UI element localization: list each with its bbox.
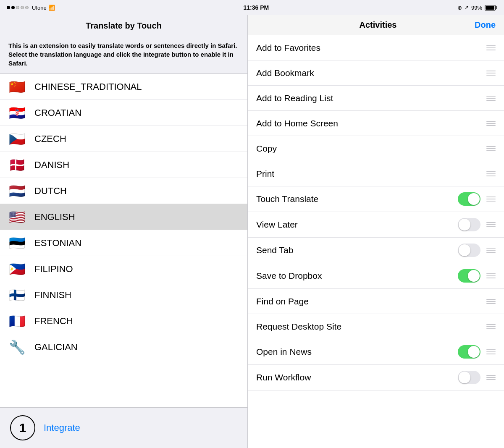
drag-handle-find-on-page[interactable]	[486, 299, 496, 304]
activity-label-request-desktop: Request Desktop Site	[256, 322, 341, 332]
toggle-touch-translate[interactable]	[458, 192, 480, 206]
status-left: Ufone 📶	[7, 5, 55, 11]
activities-title: Activities	[281, 20, 475, 30]
flag-galician: 🔧	[7, 339, 28, 355]
language-item-dutch[interactable]: 🇳🇱DUTCH	[0, 178, 247, 204]
drag-handle-save-dropbox[interactable]	[486, 273, 496, 278]
right-panel: Activities Done Add to FavoritesAdd Book…	[248, 15, 504, 448]
flag-croatian: 🇭🇷	[7, 105, 28, 121]
toggle-view-later[interactable]	[458, 218, 480, 231]
activity-right-view-later	[458, 218, 496, 231]
activities-header: Activities Done	[248, 15, 504, 35]
activity-item-save-dropbox[interactable]: Save to Dropbox	[248, 263, 504, 289]
activity-label-touch-translate: Touch Translate	[256, 194, 318, 204]
drag-handle-add-favorites[interactable]	[486, 45, 496, 50]
flag-french: 🇫🇷	[7, 313, 28, 329]
language-name-croatian: CROATIAN	[34, 107, 81, 118]
carrier-name: Ufone	[32, 5, 47, 11]
drag-handle-copy[interactable]	[486, 146, 496, 151]
location-arrow-icon: ↗	[465, 5, 469, 10]
done-button[interactable]: Done	[475, 20, 496, 30]
activity-right-add-reading-list	[486, 96, 496, 101]
drag-handle-view-later[interactable]	[486, 222, 496, 227]
language-name-galician: GALICIAN	[34, 342, 78, 353]
battery-percent: 99%	[471, 5, 482, 11]
left-footer: 1 Integrate	[0, 408, 247, 448]
activities-list: Add to FavoritesAdd BookmarkAdd to Readi…	[248, 35, 504, 448]
app-description: This is an extension to easily translate…	[0, 35, 247, 73]
activity-right-request-desktop	[486, 324, 496, 329]
activity-item-find-on-page[interactable]: Find on Page	[248, 289, 504, 314]
signal-dot-3	[16, 6, 19, 9]
activity-label-open-news: Open in News	[256, 347, 312, 357]
drag-handle-run-workflow[interactable]	[486, 375, 496, 380]
signal-dot-4	[21, 6, 24, 9]
activity-item-request-desktop[interactable]: Request Desktop Site	[248, 314, 504, 339]
activity-right-send-tab	[458, 244, 496, 257]
activity-item-add-bookmark[interactable]: Add Bookmark	[248, 60, 504, 86]
activity-label-send-tab: Send Tab	[256, 245, 293, 255]
activity-item-add-favorites[interactable]: Add to Favorites	[248, 35, 504, 60]
flag-czech: 🇨🇿	[7, 131, 28, 147]
toggle-run-workflow[interactable]	[458, 371, 480, 384]
activity-item-send-tab[interactable]: Send Tab	[248, 238, 504, 263]
drag-handle-add-bookmark[interactable]	[486, 71, 496, 76]
activity-label-copy: Copy	[256, 144, 277, 154]
status-time: 11:36 PM	[243, 4, 269, 11]
language-item-czech[interactable]: 🇨🇿CZECH	[0, 126, 247, 152]
activity-label-view-later: View Later	[256, 220, 298, 230]
drag-handle-request-desktop[interactable]	[486, 324, 496, 329]
activity-label-print: Print	[256, 169, 274, 179]
activity-item-touch-translate[interactable]: Touch Translate	[248, 186, 504, 212]
activity-label-add-favorites: Add to Favorites	[256, 43, 320, 53]
activity-item-add-home-screen[interactable]: Add to Home Screen	[248, 111, 504, 136]
drag-handle-open-news[interactable]	[486, 349, 496, 354]
activity-right-print	[486, 171, 496, 176]
language-name-danish: DANISH	[34, 160, 69, 170]
main-content: Translate by Touch This is an extension …	[0, 15, 504, 448]
flag-chinese_traditional: 🇨🇳	[7, 79, 28, 95]
activity-item-view-later[interactable]: View Later	[248, 212, 504, 238]
wifi-icon: 📶	[48, 5, 55, 11]
integrate-button[interactable]: Integrate	[44, 422, 80, 433]
language-item-french[interactable]: 🇫🇷FRENCH	[0, 308, 247, 334]
language-item-finnish[interactable]: 🇫🇮FINNISH	[0, 282, 247, 308]
language-item-english[interactable]: 🇺🇸ENGLISH	[0, 204, 247, 230]
language-name-dutch: DUTCH	[34, 186, 67, 196]
toggle-save-dropbox[interactable]	[458, 269, 480, 283]
flag-finnish: 🇫🇮	[7, 287, 28, 303]
activity-right-save-dropbox	[458, 269, 496, 283]
activity-item-open-news[interactable]: Open in News	[248, 339, 504, 365]
activity-label-add-reading-list: Add to Reading List	[256, 93, 333, 103]
activity-right-copy	[486, 146, 496, 151]
activity-item-run-workflow[interactable]: Run Workflow	[248, 365, 504, 390]
language-item-filipino[interactable]: 🇵🇭FILIPINO	[0, 256, 247, 282]
activity-item-add-reading-list[interactable]: Add to Reading List	[248, 86, 504, 111]
activity-label-add-bookmark: Add Bookmark	[256, 68, 314, 78]
language-name-english: ENGLISH	[34, 212, 75, 223]
language-item-croatian[interactable]: 🇭🇷CROATIAN	[0, 100, 247, 126]
drag-handle-add-reading-list[interactable]	[486, 96, 496, 101]
language-item-danish[interactable]: 🇩🇰DANISH	[0, 152, 247, 178]
flag-filipino: 🇵🇭	[7, 261, 28, 277]
step-number: 1	[10, 415, 35, 440]
language-item-chinese_traditional[interactable]: 🇨🇳CHINESE_TRADITIONAL	[0, 74, 247, 100]
language-list[interactable]: 🇨🇳CHINESE_TRADITIONAL🇭🇷CROATIAN🇨🇿CZECH🇩🇰…	[0, 73, 247, 408]
drag-handle-print[interactable]	[486, 171, 496, 176]
language-name-french: FRENCH	[34, 316, 73, 327]
language-item-galician[interactable]: 🔧GALICIAN	[0, 334, 247, 360]
toggle-send-tab[interactable]	[458, 244, 480, 257]
activity-item-print[interactable]: Print	[248, 161, 504, 186]
drag-handle-send-tab[interactable]	[486, 248, 496, 253]
activity-item-copy[interactable]: Copy	[248, 136, 504, 161]
flag-estonian: 🇪🇪	[7, 235, 28, 251]
signal-indicator	[7, 6, 29, 9]
toggle-open-news[interactable]	[458, 345, 480, 359]
status-bar: Ufone 📶 11:36 PM ⊕ ↗ 99%	[0, 0, 504, 15]
drag-handle-touch-translate[interactable]	[486, 196, 496, 202]
activity-right-run-workflow	[458, 371, 496, 384]
drag-handle-add-home-screen[interactable]	[486, 121, 496, 126]
signal-dot-5	[25, 6, 29, 9]
activity-label-run-workflow: Run Workflow	[256, 372, 311, 383]
language-item-estonian[interactable]: 🇪🇪ESTONIAN	[0, 230, 247, 256]
